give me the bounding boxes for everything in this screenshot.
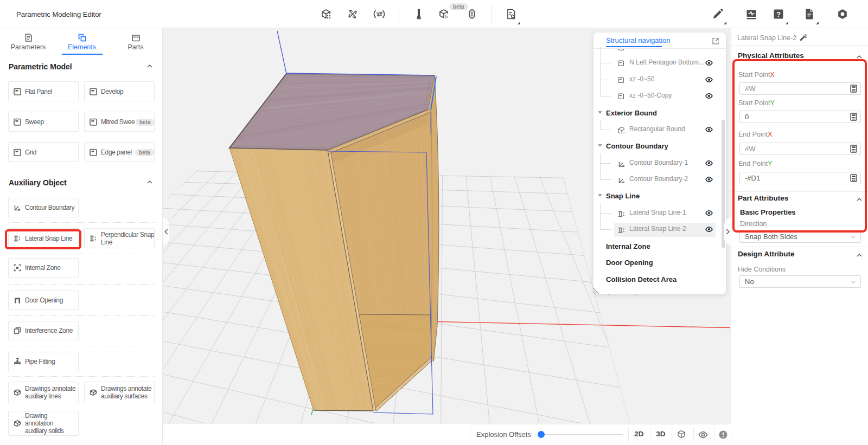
svg-text:fx: fx <box>445 14 448 19</box>
svg-text:?: ? <box>776 11 781 18</box>
